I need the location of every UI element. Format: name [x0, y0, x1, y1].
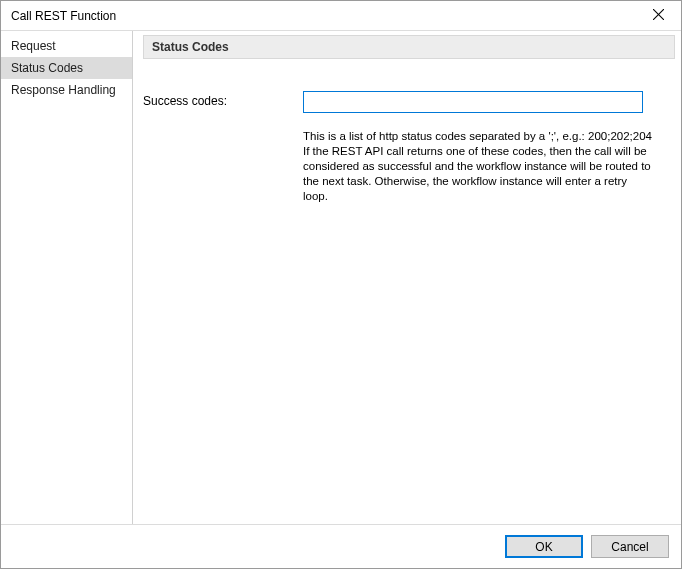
- main-panel: Status Codes Success codes: This is a li…: [133, 31, 681, 524]
- titlebar: Call REST Function: [1, 1, 681, 31]
- sidebar-item-response-handling[interactable]: Response Handling: [1, 79, 132, 101]
- sidebar-item-label: Status Codes: [11, 61, 83, 75]
- cancel-button[interactable]: Cancel: [591, 535, 669, 558]
- dialog-body: Request Status Codes Response Handling S…: [1, 31, 681, 524]
- dialog-call-rest-function: Call REST Function Request Status Codes …: [0, 0, 682, 569]
- sidebar-item-label: Request: [11, 39, 56, 53]
- form-row-success-codes: Success codes:: [143, 91, 675, 113]
- success-codes-label: Success codes:: [143, 91, 303, 108]
- close-icon: [653, 9, 664, 23]
- close-button[interactable]: [636, 1, 681, 30]
- sidebar: Request Status Codes Response Handling: [1, 31, 133, 524]
- success-codes-input[interactable]: [303, 91, 643, 113]
- section-header: Status Codes: [143, 35, 675, 59]
- button-bar: OK Cancel: [1, 524, 681, 568]
- success-codes-field-wrap: [303, 91, 675, 113]
- sidebar-item-request[interactable]: Request: [1, 35, 132, 57]
- sidebar-item-status-codes[interactable]: Status Codes: [1, 57, 132, 79]
- window-title: Call REST Function: [11, 9, 636, 23]
- ok-button[interactable]: OK: [505, 535, 583, 558]
- success-codes-help-text: This is a list of http status codes sepa…: [303, 129, 653, 204]
- sidebar-item-label: Response Handling: [11, 83, 116, 97]
